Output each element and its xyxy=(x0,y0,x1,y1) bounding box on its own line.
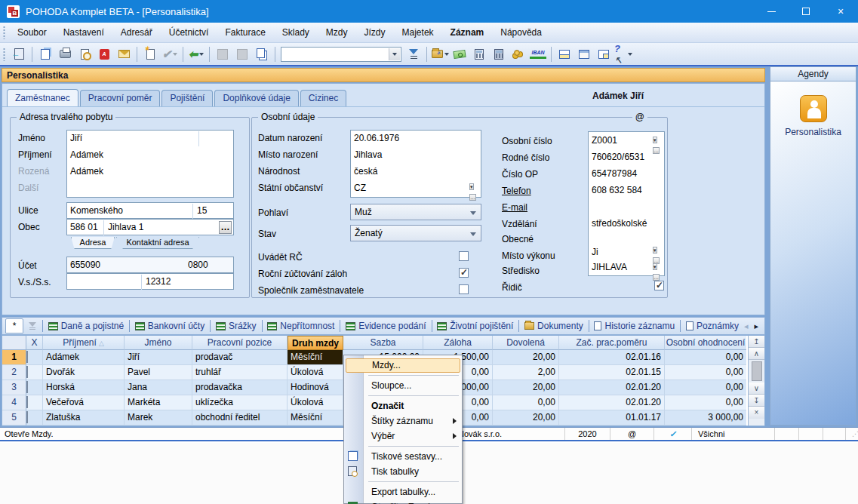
cell-jmeno[interactable]: Jana xyxy=(125,380,192,395)
cell-prijmeni[interactable]: Adámek xyxy=(43,350,125,365)
copy-icon[interactable] xyxy=(253,45,271,63)
jmeno-value[interactable]: Jiří xyxy=(70,133,82,143)
tab-pracovni-pomer[interactable]: Pracovní poměr xyxy=(80,90,161,106)
detail-tab-historie[interactable]: Historie záznamu xyxy=(589,318,680,334)
table-scrollbar[interactable]: ↥ ∧ ∨ ↧ × xyxy=(748,336,764,426)
cell-pozice[interactable]: obchodní ředitel xyxy=(192,410,288,426)
print-icon[interactable] xyxy=(56,45,74,63)
calculator-icon[interactable] xyxy=(470,45,488,63)
row-checkbox[interactable] xyxy=(26,351,28,363)
detail-tab-main[interactable]: * xyxy=(5,318,23,333)
vs-field[interactable]: 12312 xyxy=(66,273,234,290)
status-year[interactable]: 2020 xyxy=(564,428,610,440)
cell-druh-selected[interactable]: Měsíční xyxy=(288,350,343,365)
cell-ohodnoceni[interactable]: 0,00 xyxy=(665,365,746,380)
coins-icon[interactable] xyxy=(509,45,527,63)
cell-dovolena[interactable]: 20,00 xyxy=(493,350,559,365)
row-checkbox[interactable] xyxy=(26,411,28,423)
menubar-grip[interactable] xyxy=(3,26,5,39)
cell-druh[interactable]: Úkolová xyxy=(288,365,343,380)
row-checkbox[interactable] xyxy=(26,396,28,408)
scroll-thumb[interactable] xyxy=(752,361,762,381)
iban-icon[interactable]: IBAN xyxy=(529,45,547,63)
row-number[interactable]: 2 xyxy=(2,365,26,380)
cell-zacatek[interactable]: 02.01.15 xyxy=(559,365,665,380)
scroll-new-record-icon[interactable]: × xyxy=(749,407,764,419)
subtab-adresa[interactable]: Adresa xyxy=(71,237,115,249)
undo-icon[interactable] xyxy=(214,45,232,63)
resize-grip[interactable]: ⋰ xyxy=(845,428,858,440)
cell-ohodnoceni[interactable]: 3 000,00 xyxy=(665,410,746,426)
row-checkbox[interactable] xyxy=(26,381,28,393)
col-zaloha[interactable]: Záloha xyxy=(423,336,493,350)
detail-tab-zivotni-pojisteni[interactable]: Životní pojištění xyxy=(432,318,518,334)
obcanstvi-dropdown-icon[interactable]: ▾ xyxy=(469,183,474,190)
col-zacatek[interactable]: Zač. prac.poměru xyxy=(559,336,665,350)
ucet-bank[interactable]: 0800 xyxy=(188,260,208,270)
tab-zamestnanec[interactable]: Zaměstnanec xyxy=(7,89,78,106)
misto-vykonu-value[interactable]: Ji xyxy=(592,247,598,257)
ctx-oznacit[interactable]: Označit xyxy=(344,398,462,413)
cell-zacatek[interactable]: 02.01.20 xyxy=(559,380,665,395)
ucet-field[interactable]: 655090 0800 xyxy=(66,257,234,273)
ctx-export-tabulky[interactable]: Export tabulky... xyxy=(344,484,462,499)
undo-all-icon[interactable] xyxy=(233,45,251,63)
minimize-button[interactable] xyxy=(754,0,789,23)
rozena-value[interactable]: Adámek xyxy=(70,166,103,177)
personal-fields[interactable]: 20.06.1976 Jihlava česká CZ ▾ … xyxy=(350,130,481,198)
col-dovolena[interactable]: Dovolená xyxy=(493,336,559,350)
cell-jmeno[interactable]: Marek xyxy=(125,410,192,426)
filter-icon[interactable] xyxy=(404,45,423,63)
records-icon[interactable] xyxy=(36,45,54,63)
spolecnik-checkbox[interactable] xyxy=(459,284,469,294)
stav-select[interactable]: Ženatý xyxy=(350,225,481,241)
status-company[interactable]: Novák s.r.o. xyxy=(451,428,564,440)
ulice-field[interactable]: Komenského 15 xyxy=(66,202,234,219)
cell-zacatek[interactable]: 02.01.16 xyxy=(559,350,665,365)
detail-tab-evidence-podani[interactable]: Evidence podání xyxy=(340,318,431,334)
cell-prijmeni[interactable]: Zlatuška xyxy=(43,410,125,426)
agendy-panel-header[interactable]: Agendy xyxy=(770,66,856,81)
detail-tab-poznamky[interactable]: Poznámky xyxy=(681,318,744,334)
cislo-op-value[interactable]: 654787984 xyxy=(592,168,637,179)
close-agenda-icon[interactable] xyxy=(10,45,28,63)
subtab-kontaktni-adresa[interactable]: Kontaktní adresa xyxy=(116,237,199,249)
menu-mzdy[interactable]: Mzdy xyxy=(318,24,356,41)
ctx-tiskove-sestavy[interactable]: Tiskové sestavy... xyxy=(344,449,462,464)
menu-zaznam[interactable]: Záznam xyxy=(442,24,493,41)
telefon-label[interactable]: Telefon xyxy=(502,186,531,196)
osobni-cislo-more-icon[interactable]: … xyxy=(653,147,660,154)
cell-prijmeni[interactable]: Večeřová xyxy=(43,395,125,410)
tab-doplnkove-udaje[interactable]: Doplňkové údaje xyxy=(214,90,298,106)
cell-prijmeni[interactable]: Horská xyxy=(43,380,125,395)
panel-full-icon[interactable] xyxy=(575,45,593,63)
datum-narozeni-value[interactable]: 20.06.1976 xyxy=(354,133,399,143)
favorites-folder-icon[interactable] xyxy=(431,45,449,63)
obec-psc[interactable]: 586 01 xyxy=(70,222,98,232)
col-sazba[interactable]: Sazba xyxy=(343,336,423,350)
misto-vykonu-dropdown-icon[interactable]: ▾ xyxy=(653,247,657,254)
scroll-last-icon[interactable]: ↧ xyxy=(749,395,764,407)
obcanstvi-more-icon[interactable]: … xyxy=(469,194,476,201)
col-ohodnoceni[interactable]: Osobní ohodnocení xyxy=(665,336,746,350)
menu-jizdy[interactable]: Jízdy xyxy=(356,24,394,41)
menu-sklady[interactable]: Sklady xyxy=(274,24,318,41)
tabs-scroll-right-icon[interactable]: ▸ xyxy=(754,321,758,331)
row-checkbox[interactable] xyxy=(26,366,28,378)
panel-bottom-icon[interactable] xyxy=(555,45,574,63)
menu-majetek[interactable]: Majetek xyxy=(394,24,442,41)
row-number[interactable]: 1 xyxy=(2,350,26,365)
ctx-tisk-tabulky[interactable]: Tisk tabulky xyxy=(344,464,462,479)
detail-tab-dane[interactable]: Daně a pojistné xyxy=(43,318,129,334)
ctx-vyber[interactable]: Výběr xyxy=(344,429,462,444)
scroll-down-icon[interactable]: ∨ xyxy=(749,383,764,395)
cell-druh[interactable]: Měsíční xyxy=(288,410,343,426)
cell-druh[interactable]: Hodinová xyxy=(288,380,343,395)
menu-ucetnictvi[interactable]: Účetnictví xyxy=(161,24,217,41)
save-record-icon[interactable]: ✔ xyxy=(161,45,179,63)
menu-soubor[interactable]: Soubor xyxy=(9,24,55,41)
agendy-item-personalistika[interactable]: Personalistika xyxy=(770,95,856,137)
cell-dovolena[interactable]: 0,00 xyxy=(493,395,559,410)
status-check-icon[interactable]: ✓ xyxy=(653,428,691,440)
pdf-export-icon[interactable]: A xyxy=(95,45,113,63)
